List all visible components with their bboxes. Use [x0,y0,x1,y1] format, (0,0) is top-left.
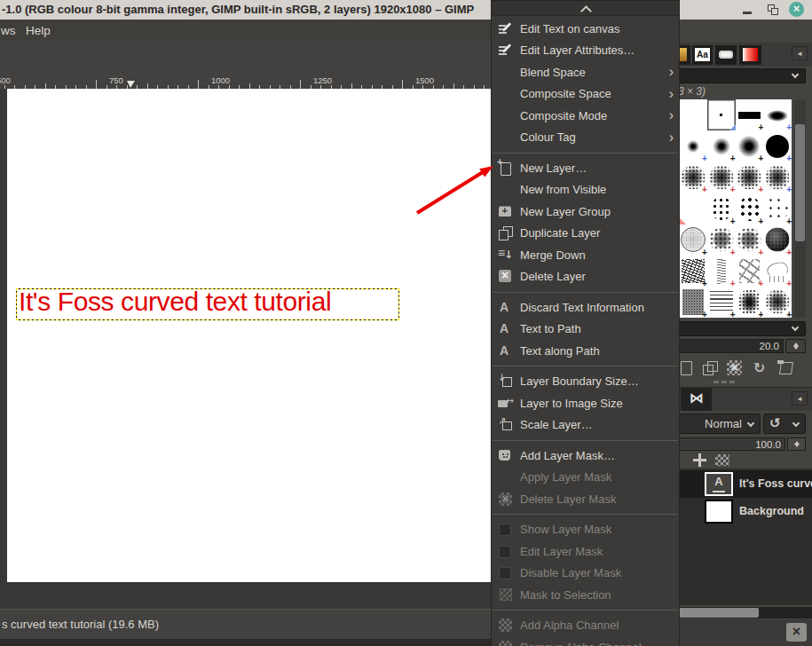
brush-spacing-combo[interactable] [678,321,806,336]
menu-item-show-layer-mask: Show Layer Mask [492,519,679,541]
brush-fuzzy-m-5[interactable] [707,130,736,162]
menu-item-new-layer[interactable]: New Layer… [492,157,679,179]
lock-alpha-icon[interactable] [715,454,729,466]
menu-item-label: New Layer… [520,162,587,175]
menu-item-blend-space[interactable]: Blend Space [492,61,679,83]
open-brush-button[interactable] [777,359,796,377]
brush-splat-8[interactable] [679,162,707,193]
brush-fuzzy-s-4[interactable] [679,130,707,162]
gradients-tab[interactable] [739,45,761,65]
delete-layer-button[interactable] [786,623,807,642]
layer-row-text[interactable]: It's Foss curved [673,470,812,498]
brush-spacing-slider[interactable]: 20.0 [678,339,784,353]
paths-tab[interactable] [681,388,712,411]
menu-item-label: Delete Layer Mask [520,492,616,506]
menu-item-add-alpha-channel: Add Alpha Channel [492,615,679,637]
menu-item-edit-layer-attributes[interactable]: Edit Layer Attributes… [492,40,679,62]
brush-texture-24[interactable] [679,287,707,318]
menu-item-composite-mode[interactable]: Composite Mode [492,105,679,127]
brush-hlines-25[interactable] [707,287,736,318]
window-title: -1.0 (RGB colour 8-bit gamma integer, GI… [2,0,474,20]
menu-item-layer-boundary-size[interactable]: Layer Boundary Size… [492,371,679,393]
brush-pixel-selected-1[interactable] [707,99,736,130]
brush-grid-scroll-thumb[interactable] [795,124,805,241]
brush-dots-l-14[interactable] [736,193,764,224]
delete-icon [498,269,513,284]
ruler-tick [96,80,97,89]
brush-dots-m-13[interactable] [707,193,736,224]
menu-item-scale-layer[interactable]: Scale Layer… [492,414,679,437]
brush-plus-marker [786,185,792,193]
brush-splat-11[interactable] [763,162,792,193]
checkbox-icon [498,544,513,559]
submenu-arrow-icon [669,86,674,102]
brush-spacing-spinner[interactable] [785,339,806,353]
brush-ellipse-3[interactable] [763,99,792,130]
brush-grunge-18[interactable] [736,225,764,256]
brush-bar-2[interactable] [736,99,764,130]
menu-item-label: Composite Space [520,87,611,100]
brush-vine-21[interactable] [707,256,736,287]
fonts-tab[interactable]: Aa [692,45,713,65]
minimize-button[interactable] [739,0,755,20]
menu-item-discard-text-information[interactable]: Discard Text Information [492,296,679,319]
menu-item-merge-down[interactable]: Merge Down [492,244,679,266]
text-layer-thumbnail[interactable] [705,472,733,496]
layers-scroll-thumb[interactable] [673,608,759,618]
menu-item-composite-space[interactable]: Composite Space [492,83,679,106]
menu-item-colour-tag[interactable]: Colour Tag [492,127,679,149]
menu-item-new-layer-group[interactable]: New Layer Group [492,201,679,223]
menu-item-delete-layer[interactable]: Delete Layer [492,266,679,288]
brush-splat-10[interactable] [736,162,764,193]
text-layer-boundary[interactable]: It's Foss curved text tutorial [16,288,399,320]
brush-grunge-17[interactable] [707,225,736,256]
menubar-item-help[interactable]: Help [26,20,51,42]
menu-item-edit-text-on-canvas[interactable]: Edit Text on canvas [492,18,679,40]
menu-item-duplicate-layer[interactable]: Duplicate Layer [492,223,679,245]
menu-item-new-from-visible[interactable]: New from Visible [492,179,679,201]
menu-item-label: Add Layer Mask… [520,449,615,462]
dock-splitter-handle[interactable] [713,381,719,383]
titlebar[interactable]: -1.0 (RGB colour 8-bit gamma integer, GI… [0,0,812,20]
horizontal-ruler[interactable]: 500750100012501500 [0,75,491,89]
opacity-slider[interactable]: 100.0 [678,437,785,451]
delete-brush-button[interactable] [725,359,745,377]
brush-sphere-19[interactable] [763,225,792,256]
submenu-arrow-icon [669,64,674,80]
brush-selector-combo[interactable] [678,68,806,83]
dock2-menu-button[interactable] [792,391,808,406]
icon-spacer [498,65,513,80]
brush-confetti-22[interactable] [736,256,764,287]
brush-circle-solid-7[interactable] [763,130,792,162]
brush-empty-12[interactable] [679,193,707,224]
brush-hatch-20[interactable] [679,256,707,287]
brush-splat-27[interactable] [763,287,792,318]
duplicate-brush-button[interactable] [700,359,720,377]
brush-splat-9[interactable] [707,162,736,193]
brush-fuzzy-l-6[interactable] [736,130,764,162]
menu-item-add-layer-mask[interactable]: Add Layer Mask… [492,445,679,467]
brush-goat-23[interactable] [763,256,792,287]
menu-item-layer-to-image-size[interactable]: Layer to Image Size [492,392,679,414]
brush-blob-26[interactable] [736,287,764,318]
menu-item-text-to-path[interactable]: Text to Path [492,319,679,341]
opacity-spinner[interactable] [787,437,806,451]
menu-scroll-up[interactable] [492,1,679,16]
close-button[interactable] [789,2,804,17]
menu-item-text-along-path[interactable]: Text along Path [492,340,679,362]
layer-row-background[interactable]: Background [673,498,812,525]
brush-empty-0[interactable] [679,99,707,130]
brush-cells-16[interactable] [679,225,707,256]
brush-dots-sparse-15[interactable] [763,193,792,224]
lock-position-icon[interactable] [693,453,706,467]
refresh-brushes-button[interactable] [751,359,770,377]
dock1-menu-button[interactable] [792,46,808,60]
mode-group-switch-button[interactable] [763,414,806,434]
brushes-tab[interactable] [715,45,737,65]
menubar-item-windows[interactable]: ws [1,20,16,42]
brush-plus-marker [786,311,792,318]
layer-mode-combo[interactable]: Normal [678,414,761,434]
canvas[interactable]: It's Foss curved text tutorial [7,89,491,582]
background-layer-thumbnail[interactable] [705,500,733,524]
restore-button[interactable] [764,0,780,20]
